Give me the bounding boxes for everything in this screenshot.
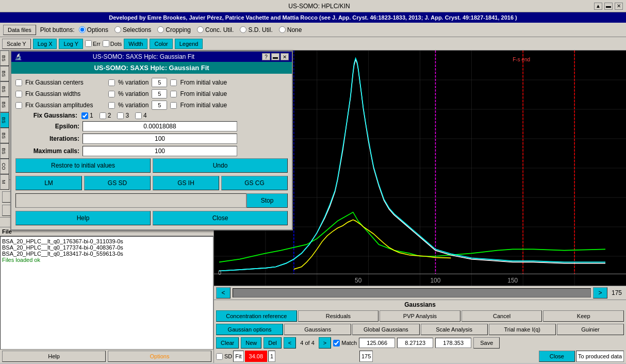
global-gaussians-button[interactable]: Global Gaussians — [352, 324, 419, 335]
del-button[interactable]: Del — [263, 337, 282, 349]
list-item[interactable]: BSA_20_HPLC__lt_q0_183417-bi-0_559613-0s — [2, 251, 211, 257]
iterations-input[interactable] — [83, 134, 237, 144]
fix-gauss-checkbox-4[interactable] — [135, 112, 142, 119]
match-val1[interactable] — [359, 338, 395, 348]
side-label-bs7[interactable]: BS — [0, 143, 9, 159]
val2-field: 1 — [268, 351, 275, 362]
dialog-help-button[interactable]: Help — [15, 211, 151, 225]
sd-label[interactable]: SD — [216, 353, 232, 360]
pvp-analysis-button[interactable]: PVP Analysis — [380, 310, 460, 322]
list-item[interactable]: BSA_20_HPLC__lt_q0_176367-bi-0_311039-0s — [2, 238, 211, 244]
close-button[interactable]: ✕ — [615, 3, 623, 10]
err-checkbox[interactable]: Err — [85, 40, 101, 47]
fix-centers-checkbox[interactable] — [15, 79, 22, 86]
pct-centers-input[interactable] — [152, 78, 167, 87]
radio-cropping[interactable]: Cropping — [157, 26, 191, 34]
log-x-button[interactable]: Log X — [33, 39, 57, 49]
radio-conc-util[interactable]: Conc. Util. — [197, 26, 234, 34]
gaussian-controls-row: Clear New Del < 4 of 4 > Match Save — [214, 336, 626, 350]
stop-button[interactable]: Stop — [246, 193, 288, 208]
fix-gauss-checkbox-1[interactable] — [81, 112, 88, 119]
sd-checkbox[interactable] — [216, 353, 223, 360]
pct-centers-checkbox[interactable] — [108, 79, 115, 86]
side-label-bs6[interactable]: BS — [0, 128, 9, 143]
fix-gauss-4: 4 — [135, 112, 147, 119]
side-label-bs1[interactable]: BS — [0, 51, 9, 66]
fix-gauss-checkbox-2[interactable] — [100, 112, 106, 119]
dialog-help-icon[interactable]: ? — [262, 53, 270, 60]
trial-make-button[interactable]: Trial make I(q) — [489, 324, 556, 335]
legend-button[interactable]: Legend — [175, 39, 203, 49]
side-label-bs5[interactable]: BS — [0, 112, 9, 128]
fix-gauss-checkbox-3[interactable] — [117, 112, 124, 119]
residuals-button[interactable]: Residuals — [298, 310, 379, 322]
nav-gauss-left[interactable]: < — [284, 337, 296, 349]
pct-amplitudes-checkbox[interactable] — [108, 102, 115, 109]
bottom-close-button[interactable]: Close — [539, 351, 575, 362]
match-val3[interactable] — [435, 338, 471, 348]
width-button[interactable]: Width — [124, 39, 147, 49]
match-checkbox[interactable] — [333, 340, 340, 346]
list-item[interactable]: BSA_20_HPLC__lt_q0_177374-bi-0_408367-0s — [2, 244, 211, 251]
from-initial-amplitudes-checkbox[interactable] — [170, 102, 177, 109]
content-area: BS BS BS BS BS BS BS CO M 0 of 0 files s… — [0, 51, 626, 363]
data-files-button[interactable]: Data files — [3, 25, 36, 35]
nav-right-button[interactable]: > — [593, 287, 607, 299]
dialog-close-button[interactable]: Close — [153, 211, 288, 225]
side-label-m[interactable]: M — [0, 174, 9, 190]
help-button[interactable]: Help — [2, 351, 106, 362]
dialog-minimize-icon[interactable]: ▬ — [271, 53, 279, 60]
gs-ih-button[interactable]: GS IH — [153, 176, 219, 190]
dots-checkbox[interactable]: Dots — [103, 40, 122, 47]
iterations-row: Iterations: — [15, 134, 288, 144]
nav-slider[interactable] — [233, 288, 591, 297]
gs-cg-button[interactable]: GS CG — [221, 176, 288, 190]
gaussian-options-button[interactable]: Gaussian options — [216, 324, 283, 335]
fix-widths-row: Fix Gaussian widths % variation From ini… — [15, 89, 288, 98]
keep-button[interactable]: Keep — [543, 310, 624, 322]
pct-amplitudes-input[interactable] — [152, 101, 167, 110]
gauss-save-button[interactable]: Save — [473, 337, 500, 349]
options-button[interactable]: Options — [108, 351, 211, 362]
nav-left-button[interactable]: < — [216, 287, 230, 299]
log-y-button[interactable]: Log Y — [59, 39, 83, 49]
max-calls-input[interactable] — [83, 146, 237, 156]
new-button[interactable]: New — [241, 337, 261, 349]
restore-button[interactable]: Restore to initial values — [15, 158, 151, 173]
side-label-co[interactable]: CO — [0, 159, 9, 174]
minimize-button[interactable]: ▲ — [594, 3, 602, 10]
radio-none[interactable]: None — [279, 26, 302, 34]
fix-widths-checkbox[interactable] — [15, 91, 22, 97]
match-label[interactable]: Match — [333, 340, 357, 346]
radio-sd-util[interactable]: S.D. Util. — [240, 26, 272, 34]
concentration-ref-button[interactable]: Concentration reference — [216, 310, 297, 322]
dialog-close-icon[interactable]: ✕ — [281, 53, 289, 60]
from-initial-centers-checkbox[interactable] — [170, 79, 177, 86]
color-button[interactable]: Color — [150, 39, 172, 49]
side-label-bs3[interactable]: BS — [0, 81, 9, 97]
side-label-bs4[interactable]: BS — [0, 97, 9, 112]
pct-widths-checkbox[interactable] — [108, 91, 115, 97]
cancel-button[interactable]: Cancel — [462, 310, 542, 322]
maximize-button[interactable]: ▬ — [604, 3, 613, 10]
lm-button[interactable]: LM — [15, 176, 82, 190]
scale-y-button[interactable]: Scale Y — [2, 39, 31, 49]
radio-selections[interactable]: Selections — [114, 26, 151, 34]
dialog-body: Fix Gaussian centers % variation From in… — [11, 74, 292, 229]
fix-amplitudes-checkbox[interactable] — [15, 102, 22, 109]
ok-message: Files loaded ok — [2, 257, 211, 263]
from-initial-widths-checkbox[interactable] — [170, 91, 177, 97]
gs-sd-button[interactable]: GS SD — [84, 176, 151, 190]
undo-button[interactable]: Undo — [153, 158, 288, 173]
side-label-bs2[interactable]: BS — [0, 66, 9, 81]
pct-widths-input[interactable] — [152, 89, 167, 98]
radio-options[interactable]: Options — [79, 26, 108, 34]
fit-field: Fit — [233, 351, 243, 362]
clear-button[interactable]: Clear — [216, 337, 239, 349]
guinier-button[interactable]: Guinier — [557, 324, 624, 335]
gaussians-button[interactable]: Gaussians — [284, 324, 351, 335]
epsilon-input[interactable] — [83, 121, 237, 131]
nav-gauss-right[interactable]: > — [319, 337, 331, 349]
match-val2[interactable] — [397, 338, 433, 348]
scale-analysis-button[interactable]: Scale Analysis — [421, 324, 488, 335]
